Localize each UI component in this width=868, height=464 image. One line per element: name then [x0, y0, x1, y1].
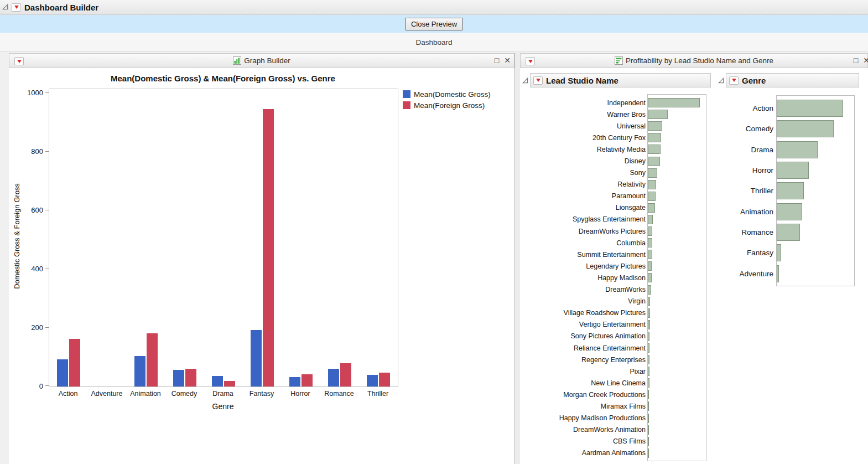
- maximize-icon[interactable]: □: [495, 56, 499, 64]
- bar-reliance-entertainment[interactable]: [648, 343, 649, 353]
- close-icon[interactable]: ✕: [504, 56, 511, 64]
- bar-animation-foreign[interactable]: [147, 333, 158, 386]
- category-label[interactable]: Happy Madison: [537, 272, 646, 283]
- disclosure-triangle-icon[interactable]: [718, 76, 724, 86]
- category-label[interactable]: Independent: [537, 97, 646, 109]
- category-label[interactable]: Action: [686, 98, 773, 118]
- bar-lionsgate[interactable]: [648, 203, 655, 213]
- bar-summit-entertainment[interactable]: [648, 250, 652, 259]
- category-label[interactable]: Animation: [686, 201, 773, 221]
- disclosure-triangle-icon[interactable]: [522, 76, 528, 86]
- category-label[interactable]: Relativity: [537, 179, 646, 190]
- bar-thriller-domestic[interactable]: [367, 375, 378, 386]
- category-label[interactable]: Paramount: [537, 190, 646, 202]
- bar-fantasy-foreign[interactable]: [263, 109, 274, 386]
- category-label[interactable]: New Line Cinema: [537, 377, 646, 389]
- bar-disney[interactable]: [648, 157, 660, 166]
- y-axis[interactable]: 02004006008001000: [9, 89, 49, 386]
- category-label[interactable]: DreamWorks Pictures: [537, 225, 646, 237]
- bar-legendary-pictures[interactable]: [648, 261, 652, 271]
- bar-fantasy-domestic[interactable]: [251, 330, 262, 386]
- bar-new-line-cinema[interactable]: [648, 378, 649, 388]
- bar-dreamworks-animation[interactable]: [648, 425, 649, 435]
- category-label[interactable]: Disney: [537, 155, 646, 167]
- bar-dreamworks[interactable]: [648, 285, 651, 295]
- bar-paramount[interactable]: [648, 192, 656, 201]
- bar-dreamworks-pictures[interactable]: [648, 226, 652, 236]
- bar-pixar[interactable]: [648, 367, 649, 376]
- category-label[interactable]: Morgan Creek Productions: [537, 389, 646, 400]
- bar-animation-domestic[interactable]: [134, 356, 145, 386]
- category-label[interactable]: DreamWorks Animation: [537, 424, 646, 436]
- bar-regency-enterprises[interactable]: [648, 355, 649, 364]
- genre-bar-chart[interactable]: [776, 95, 855, 286]
- bar-drama-foreign[interactable]: [224, 381, 235, 386]
- bar-20th-century-fox[interactable]: [648, 133, 661, 142]
- close-preview-button[interactable]: Close Preview: [406, 18, 462, 30]
- bar-morgan-creek-productions[interactable]: [648, 390, 649, 399]
- legend-item[interactable]: Mean(Foreign Gross): [403, 100, 491, 111]
- bar-happy-madison[interactable]: [648, 273, 652, 282]
- bar-adventure[interactable]: [777, 265, 779, 282]
- bar-fantasy[interactable]: [777, 244, 781, 261]
- bar-drama-domestic[interactable]: [212, 376, 223, 386]
- bar-aardman-animations[interactable]: [648, 448, 649, 458]
- bar-horror[interactable]: [777, 162, 809, 179]
- bar-drama[interactable]: [777, 141, 818, 158]
- x-axis[interactable]: ActionAdventureAnimationComedyDramaFanta…: [49, 390, 397, 399]
- red-triangle-menu-icon[interactable]: [729, 76, 739, 85]
- category-label[interactable]: Pixar: [537, 365, 646, 377]
- category-label[interactable]: Vertigo Entertainment: [537, 319, 646, 331]
- bar-romance-foreign[interactable]: [340, 363, 351, 386]
- bar-happy-madison-productions[interactable]: [648, 414, 649, 423]
- bar-universal[interactable]: [648, 121, 662, 131]
- red-triangle-menu-icon[interactable]: [14, 57, 24, 65]
- legend-item[interactable]: Mean(Domestic Gross): [403, 89, 491, 100]
- disclosure-triangle-icon[interactable]: [2, 2, 8, 12]
- bar-chart-plot-area[interactable]: [49, 89, 398, 387]
- category-label[interactable]: Miramax Films: [537, 400, 646, 412]
- category-label[interactable]: 20th Century Fox: [537, 132, 646, 143]
- category-label[interactable]: Warner Bros: [537, 109, 646, 120]
- bar-cbs-films[interactable]: [648, 437, 649, 446]
- category-label[interactable]: Summit Entertainment: [537, 249, 646, 260]
- bar-relativity-media[interactable]: [648, 145, 661, 154]
- bar-action-foreign[interactable]: [69, 339, 80, 386]
- bar-sony[interactable]: [648, 168, 657, 178]
- category-label[interactable]: CBS Films: [537, 436, 646, 447]
- bar-action-domestic[interactable]: [57, 359, 68, 386]
- bar-comedy-foreign[interactable]: [185, 369, 196, 386]
- category-label[interactable]: Fantasy: [686, 243, 773, 263]
- bar-miramax-films[interactable]: [648, 401, 649, 411]
- category-label[interactable]: Regency Enterprises: [537, 354, 646, 365]
- bar-relativity[interactable]: [648, 180, 656, 189]
- category-label[interactable]: Sony Pictures Animation: [537, 331, 646, 342]
- category-label[interactable]: Relativity Media: [537, 143, 646, 155]
- category-label[interactable]: Comedy: [686, 118, 773, 139]
- bar-vertigo-entertainment[interactable]: [648, 320, 650, 329]
- bar-horror-domestic[interactable]: [289, 377, 300, 386]
- category-label[interactable]: Sony: [537, 167, 646, 179]
- category-label[interactable]: Village Roadshow Pictures: [537, 307, 646, 319]
- bar-comedy[interactable]: [777, 120, 834, 137]
- bar-romance[interactable]: [777, 224, 800, 241]
- bar-spyglass-entertainment[interactable]: [648, 215, 653, 224]
- dashboard-tab[interactable]: Dashboard: [415, 38, 452, 47]
- category-label[interactable]: Legendary Pictures: [537, 260, 646, 272]
- category-label[interactable]: Horror: [686, 160, 773, 181]
- bar-virgin[interactable]: [648, 297, 650, 306]
- bar-thriller-foreign[interactable]: [379, 373, 390, 386]
- category-label[interactable]: Happy Madison Productions: [537, 413, 646, 424]
- category-label[interactable]: Drama: [686, 140, 773, 160]
- category-label[interactable]: Aardman Animations: [537, 447, 646, 459]
- category-label[interactable]: Lionsgate: [537, 202, 646, 214]
- category-label[interactable]: DreamWorks: [537, 284, 646, 296]
- category-label[interactable]: Virgin: [537, 296, 646, 307]
- category-label[interactable]: Columbia: [537, 237, 646, 249]
- category-label[interactable]: Spyglass Entertainment: [537, 214, 646, 225]
- red-triangle-menu-icon[interactable]: [526, 57, 535, 65]
- bar-romance-domestic[interactable]: [328, 369, 339, 386]
- category-label[interactable]: Adventure: [686, 263, 773, 283]
- bar-sony-pictures-animation[interactable]: [648, 332, 649, 341]
- red-triangle-menu-icon[interactable]: [533, 76, 543, 85]
